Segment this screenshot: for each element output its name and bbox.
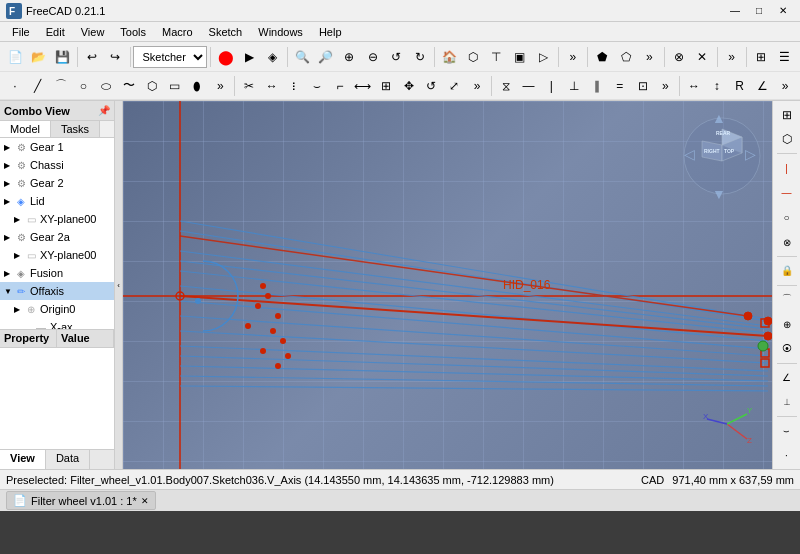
scale-btn[interactable]: ⤢	[443, 74, 465, 98]
rt-snap-btn[interactable]: ⬡	[775, 128, 799, 152]
menu-macro[interactable]: Macro	[154, 24, 201, 40]
menu-edit[interactable]: Edit	[38, 24, 73, 40]
view-home[interactable]: 🏠	[438, 45, 461, 69]
tree-item-xyplane-a[interactable]: ▶ ▭ XY-plane00	[0, 210, 114, 228]
constraint-par[interactable]: ∥	[586, 74, 608, 98]
maximize-button[interactable]: □	[748, 2, 770, 20]
close-button[interactable]: ✕	[772, 2, 794, 20]
viewport[interactable]: HID_016 ◁ ▷ ▲ ▼	[123, 101, 772, 469]
sketch-line[interactable]: ╱	[27, 74, 49, 98]
dim-angle[interactable]: ∠	[751, 74, 773, 98]
view-fit-button[interactable]: ▶	[238, 45, 261, 69]
tree-item-gear2[interactable]: ▶ ⚙ Gear 2	[0, 174, 114, 192]
view-right[interactable]: ▷	[532, 45, 555, 69]
tree-item-offaxis[interactable]: ▼ ✏ Offaxis	[0, 282, 114, 300]
sketch-ellipse[interactable]: ⬭	[95, 74, 117, 98]
rt-vert-btn[interactable]: |	[775, 156, 799, 180]
sketch-more[interactable]: »	[209, 74, 231, 98]
sketch-btn1[interactable]: ⬟	[591, 45, 614, 69]
rt-cross-btn[interactable]: ⊗	[775, 230, 799, 254]
sketch-slot[interactable]: ⬮	[187, 74, 209, 98]
fillet-btn[interactable]: ⌣	[306, 74, 328, 98]
pin-button[interactable]: 📌	[98, 105, 110, 116]
tree-item-lid[interactable]: ▶ ◈ Lid	[0, 192, 114, 210]
left-collapse-handle[interactable]: ‹	[115, 101, 123, 469]
constraint-btn1[interactable]: ⊗	[667, 45, 690, 69]
rt-add-btn[interactable]: ⊕	[775, 312, 799, 336]
constraint-vert[interactable]: |	[540, 74, 562, 98]
split-btn[interactable]: ⫶	[284, 74, 306, 98]
right-panel-btn[interactable]: ☰	[773, 45, 796, 69]
rt-point2-btn[interactable]: ·	[775, 443, 799, 467]
arrow-chassi[interactable]: ▶	[4, 161, 14, 170]
sketch-arc[interactable]: ⌒	[50, 74, 72, 98]
constraint-block[interactable]: ⊡	[632, 74, 654, 98]
trim-btn[interactable]: ✂	[238, 74, 260, 98]
sketch-rect[interactable]: ▭	[164, 74, 186, 98]
rt-arc-btn[interactable]: ⌒	[775, 288, 799, 312]
open-button[interactable]: 📂	[28, 45, 51, 69]
tree-item-gear1[interactable]: ▶ ⚙ Gear 1	[0, 138, 114, 156]
nav-btn1[interactable]: 🔍	[291, 45, 314, 69]
tab-view[interactable]: View	[0, 450, 46, 469]
save-button[interactable]: 💾	[51, 45, 74, 69]
more3-btn[interactable]: »	[654, 74, 676, 98]
arrow-gear2[interactable]: ▶	[4, 179, 14, 188]
menu-help[interactable]: Help	[311, 24, 350, 40]
mirror-btn[interactable]: ⟷	[352, 74, 374, 98]
extend-btn[interactable]: ↔	[261, 74, 283, 98]
arrow-origin0[interactable]: ▶	[14, 305, 24, 314]
dim-horiz[interactable]: ↔	[683, 74, 705, 98]
more4-btn[interactable]: »	[774, 74, 796, 98]
rt-lock-btn[interactable]: 🔒	[775, 259, 799, 283]
array-btn[interactable]: ⊞	[375, 74, 397, 98]
tree-item-gear2a[interactable]: ▶ ⚙ Gear 2a	[0, 228, 114, 246]
sketch-spline[interactable]: 〜	[118, 74, 140, 98]
nav-btn5[interactable]: ↺	[385, 45, 408, 69]
tree-item-xaxis[interactable]: — X-ax...	[0, 318, 114, 329]
stop-sketch-button[interactable]: ⬤	[214, 45, 237, 69]
constraint-horiz[interactable]: —	[518, 74, 540, 98]
minimize-button[interactable]: —	[724, 2, 746, 20]
menu-file[interactable]: File	[4, 24, 38, 40]
rotate-btn[interactable]: ↺	[420, 74, 442, 98]
tab-model[interactable]: Model	[0, 121, 51, 137]
menu-sketch[interactable]: Sketch	[201, 24, 251, 40]
constraint-perp[interactable]: ⊥	[563, 74, 585, 98]
tree-item-chassi[interactable]: ▶ ⚙ Chassi	[0, 156, 114, 174]
sketch-btn2[interactable]: ⬠	[615, 45, 638, 69]
tree-item-origin0[interactable]: ▶ ⊕ Origin0	[0, 300, 114, 318]
move-btn[interactable]: ✥	[398, 74, 420, 98]
tree-item-fusion[interactable]: ▶ ◈ Fusion	[0, 264, 114, 282]
menu-view[interactable]: View	[73, 24, 113, 40]
view-fit-all[interactable]: ◈	[261, 45, 284, 69]
constraint-eq[interactable]: =	[609, 74, 631, 98]
workbench-select[interactable]: Sketcher	[133, 46, 207, 68]
sketch-poly[interactable]: ⬡	[141, 74, 163, 98]
arrow-lid[interactable]: ▶	[4, 197, 14, 206]
menu-tools[interactable]: Tools	[112, 24, 154, 40]
view-more[interactable]: »	[562, 45, 585, 69]
task-item-close[interactable]: ✕	[141, 496, 149, 506]
nav-btn4[interactable]: ⊖	[361, 45, 384, 69]
view-front[interactable]: ▣	[509, 45, 532, 69]
arrow-gear2a[interactable]: ▶	[4, 233, 14, 242]
arrow-offaxis[interactable]: ▼	[4, 287, 14, 296]
menu-windows[interactable]: Windows	[250, 24, 311, 40]
rt-point-btn[interactable]: ⦿	[775, 337, 799, 361]
task-item-filter-wheel[interactable]: 📄 Filter wheel v1.01 : 1* ✕	[6, 491, 156, 510]
nav-btn3[interactable]: ⊕	[338, 45, 361, 69]
constraint-fix[interactable]: ⧖	[495, 74, 517, 98]
more2-btn[interactable]: »	[466, 74, 488, 98]
dim-vert[interactable]: ↕	[706, 74, 728, 98]
arrow-fusion[interactable]: ▶	[4, 269, 14, 278]
dim-radius[interactable]: R	[729, 74, 751, 98]
more-btn[interactable]: »	[720, 45, 743, 69]
rt-grid-btn[interactable]: ⊞	[775, 103, 799, 127]
rt-horiz-btn[interactable]: —	[775, 181, 799, 205]
grid-btn[interactable]: ⊞	[750, 45, 773, 69]
arrow-xyplane-a[interactable]: ▶	[14, 215, 24, 224]
view-cube[interactable]: ⬡	[462, 45, 485, 69]
tab-tasks[interactable]: Tasks	[51, 121, 100, 137]
arrow-gear1[interactable]: ▶	[4, 143, 14, 152]
